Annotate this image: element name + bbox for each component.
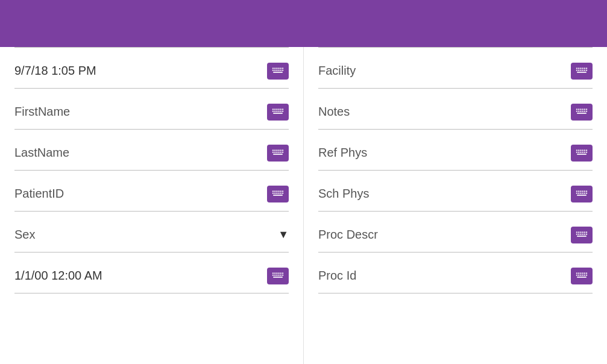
field-control-notes[interactable] <box>571 104 593 121</box>
svg-rect-72 <box>578 67 579 69</box>
field-control-firstname[interactable] <box>267 104 289 121</box>
svg-rect-68 <box>282 274 283 275</box>
svg-rect-39 <box>280 151 281 152</box>
svg-rect-133 <box>576 233 577 234</box>
field-control-patientid[interactable] <box>267 186 289 202</box>
field-row-refphys: Ref Phys <box>318 130 593 171</box>
svg-rect-22 <box>274 110 275 111</box>
svg-rect-54 <box>282 192 283 193</box>
svg-rect-142 <box>578 272 579 274</box>
svg-rect-97 <box>577 112 587 113</box>
svg-rect-52 <box>278 192 279 193</box>
field-row-notes: Notes <box>318 89 593 130</box>
svg-rect-106 <box>578 151 579 152</box>
svg-rect-90 <box>586 108 587 110</box>
field-label-schphys: Sch Phys <box>318 187 369 201</box>
svg-rect-50 <box>274 192 275 193</box>
svg-rect-103 <box>584 149 585 151</box>
svg-rect-94 <box>582 110 583 111</box>
svg-rect-30 <box>274 149 275 151</box>
svg-rect-135 <box>580 233 581 234</box>
svg-rect-153 <box>577 276 587 277</box>
keyboard-icon-schphys[interactable] <box>571 186 593 202</box>
field-row-procid: Proc Id <box>318 253 593 293</box>
right-column: Facility Notes Ref Phys <box>304 47 607 364</box>
svg-rect-150 <box>582 274 583 275</box>
field-label-datetime: 9/7/18 1:05 PM <box>14 64 96 78</box>
keyboard-icon-refphys[interactable] <box>571 145 593 162</box>
svg-rect-148 <box>578 274 579 275</box>
dropdown-icon-sex[interactable]: ▼ <box>278 228 289 241</box>
field-control-procid[interactable] <box>571 268 593 284</box>
svg-rect-109 <box>584 151 585 152</box>
svg-rect-27 <box>273 112 283 113</box>
field-control-dob[interactable] <box>267 268 289 284</box>
field-label-sex: Sex <box>14 228 35 242</box>
field-control-procdescr[interactable] <box>571 227 593 243</box>
svg-rect-13 <box>273 71 283 72</box>
field-label-refphys: Ref Phys <box>318 146 367 160</box>
svg-rect-32 <box>278 149 279 151</box>
svg-rect-86 <box>578 108 579 110</box>
svg-rect-49 <box>272 192 274 193</box>
svg-rect-2 <box>274 67 275 69</box>
svg-rect-81 <box>584 69 585 71</box>
svg-rect-33 <box>280 149 281 151</box>
field-control-sex[interactable]: ▼ <box>278 228 289 241</box>
svg-rect-41 <box>273 153 283 154</box>
svg-rect-57 <box>272 272 274 274</box>
svg-rect-95 <box>584 110 585 111</box>
svg-rect-102 <box>582 149 583 151</box>
svg-rect-149 <box>580 274 581 275</box>
field-control-refphys[interactable] <box>571 145 593 162</box>
keyboard-icon-patientid[interactable] <box>267 186 289 202</box>
svg-rect-59 <box>276 272 277 274</box>
svg-rect-46 <box>278 190 279 192</box>
svg-rect-17 <box>276 108 277 110</box>
svg-rect-60 <box>278 272 279 274</box>
keyboard-icon-dob[interactable] <box>267 268 289 284</box>
field-row-procdescr: Proc Descr <box>318 212 593 253</box>
svg-rect-122 <box>582 192 583 193</box>
svg-rect-139 <box>577 235 587 236</box>
svg-rect-111 <box>577 153 587 154</box>
svg-rect-20 <box>282 108 283 110</box>
field-control-lastname[interactable] <box>267 145 289 162</box>
svg-rect-44 <box>274 190 275 192</box>
keyboard-icon-datetime[interactable] <box>267 63 289 80</box>
keyboard-icon-lastname[interactable] <box>267 145 289 162</box>
svg-rect-31 <box>276 149 277 151</box>
svg-rect-93 <box>580 110 581 111</box>
svg-rect-3 <box>276 67 277 69</box>
svg-rect-71 <box>576 67 577 69</box>
svg-rect-18 <box>278 108 279 110</box>
svg-rect-121 <box>580 192 581 193</box>
keyboard-icon-firstname[interactable] <box>267 104 289 121</box>
svg-rect-48 <box>282 190 283 192</box>
svg-rect-51 <box>276 192 277 193</box>
keyboard-icon-facility[interactable] <box>571 63 593 80</box>
svg-rect-145 <box>584 272 585 274</box>
field-control-facility[interactable] <box>571 63 593 80</box>
keyboard-icon-procdescr[interactable] <box>571 227 593 243</box>
svg-rect-19 <box>280 108 281 110</box>
field-row-datetime: 9/7/18 1:05 PM <box>14 48 289 89</box>
svg-rect-146 <box>586 272 587 274</box>
field-label-firstname: FirstName <box>14 105 70 119</box>
field-control-datetime[interactable] <box>267 63 289 80</box>
svg-rect-118 <box>586 190 587 192</box>
keyboard-icon-procid[interactable] <box>571 268 593 284</box>
field-control-schphys[interactable] <box>571 186 593 202</box>
field-label-lastname: LastName <box>14 146 69 160</box>
keyboard-icon-notes[interactable] <box>571 104 593 121</box>
svg-rect-89 <box>584 108 585 110</box>
svg-rect-23 <box>276 110 277 111</box>
svg-rect-24 <box>278 110 279 111</box>
svg-rect-36 <box>274 151 275 152</box>
svg-rect-128 <box>578 231 579 233</box>
svg-rect-83 <box>577 71 587 72</box>
svg-rect-29 <box>272 149 274 151</box>
svg-rect-96 <box>586 110 587 111</box>
field-row-lastname: LastName <box>14 130 289 171</box>
svg-rect-58 <box>274 272 275 274</box>
